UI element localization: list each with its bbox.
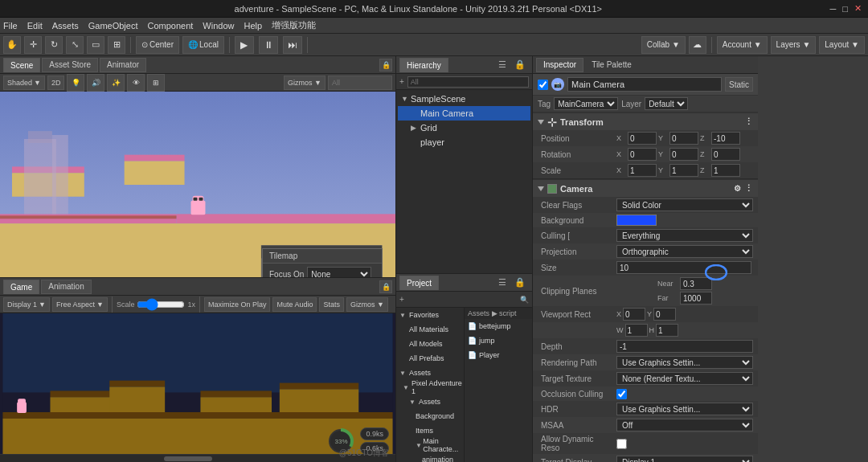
pos-x[interactable]	[628, 132, 657, 145]
rot-z[interactable]	[711, 148, 740, 161]
game-gizmos-dropdown[interactable]: Gizmos ▼	[346, 297, 388, 312]
2d-btn[interactable]: 2D	[47, 76, 65, 90]
minimize-btn[interactable]: ─	[830, 4, 837, 14]
object-active-toggle[interactable]	[538, 80, 548, 90]
close-btn[interactable]: ✕	[854, 3, 862, 14]
project-search-icon[interactable]: 🔍	[520, 296, 529, 304]
scene-hidden-icon[interactable]: 👁	[127, 74, 145, 92]
vp-x-field[interactable]	[623, 308, 645, 321]
transform-more-icon[interactable]: ⋮	[744, 117, 753, 127]
camera-enabled-toggle[interactable]	[547, 184, 557, 194]
hierarchy-item-maincamera[interactable]: Main Camera	[398, 106, 530, 121]
background-color-swatch[interactable]	[616, 215, 657, 226]
static-button[interactable]: Static	[725, 77, 753, 92]
clear-flags-dropdown[interactable]: Solid Color	[616, 198, 753, 211]
game-viewport[interactable]: 33% 0.9ks 0.6ks @51CTO博客	[0, 313, 395, 462]
scale-z[interactable]	[711, 164, 740, 177]
move-tool[interactable]: ✛	[24, 36, 42, 54]
project-lock-btn[interactable]: 🔒	[511, 277, 529, 288]
aspect-dropdown[interactable]: Free Aspect ▼	[52, 297, 108, 312]
scene-audio-icon[interactable]: 🔊	[87, 74, 104, 92]
tab-animator[interactable]: Animator	[100, 58, 146, 72]
hierarchy-item-grid[interactable]: ▶ Grid	[398, 121, 530, 135]
hierarchy-add-icon[interactable]: +	[399, 77, 404, 86]
pause-button[interactable]: ⏸	[259, 36, 278, 54]
tab-animation[interactable]: Animation	[41, 280, 91, 294]
allow-dynamic-checkbox[interactable]	[616, 439, 627, 449]
pixel-adventure[interactable]: ▼ Pixel Adventure 1	[396, 380, 464, 395]
transform-tool[interactable]: ⊞	[108, 36, 125, 54]
focus-none-select[interactable]: None	[307, 267, 371, 277]
hierarchy-menu-btn[interactable]: ☰	[495, 59, 510, 70]
tab-asset-store[interactable]: Asset Store	[42, 58, 98, 72]
animation-folder[interactable]: animation	[396, 452, 464, 462]
camera-header[interactable]: Camera ⚙ ⋮	[533, 179, 758, 197]
layout-btn[interactable]: Layout ▼	[819, 36, 865, 54]
target-texture-dropdown[interactable]: None (Render Textu...	[616, 372, 753, 385]
menu-edit[interactable]: Edit	[27, 21, 43, 31]
pivot-btn[interactable]: ⊙ Center	[136, 36, 179, 54]
fav-all-materials[interactable]: All Materials	[396, 322, 464, 337]
scale-x[interactable]	[628, 164, 657, 177]
pos-z[interactable]	[711, 132, 740, 145]
far-field[interactable]	[680, 292, 712, 305]
shaded-dropdown[interactable]: Shaded ▼	[3, 76, 45, 90]
vp-w-field[interactable]	[625, 324, 648, 337]
camera-more-icon[interactable]: ⋮	[744, 183, 753, 194]
rotate-tool[interactable]: ↻	[45, 36, 63, 54]
tab-game[interactable]: Game	[3, 280, 39, 294]
favorites-node[interactable]: ▼ Favorites	[396, 308, 464, 322]
menu-gameobject[interactable]: GameObject	[88, 21, 138, 31]
occlusion-culling-checkbox[interactable]	[616, 389, 627, 399]
menu-component[interactable]: Component	[147, 21, 193, 31]
hierarchy-item-player[interactable]: player	[398, 135, 530, 149]
scale-y[interactable]	[669, 164, 698, 177]
target-display-dropdown[interactable]: Display 1	[616, 456, 753, 462]
msaa-dropdown[interactable]: Off	[616, 419, 753, 431]
transform-header[interactable]: ⊹ Transform ⋮	[533, 112, 758, 130]
assets-sub[interactable]: ▼ Assets	[396, 395, 464, 409]
cloud-icon[interactable]: ☁	[689, 36, 706, 54]
collab-btn[interactable]: Collab ▼	[641, 36, 686, 54]
step-button[interactable]: ⏭	[283, 36, 302, 54]
tag-dropdown[interactable]: MainCamera	[554, 97, 618, 110]
main-char-folder[interactable]: ▼ Main Characte...	[396, 438, 464, 452]
hierarchy-search-input[interactable]	[407, 76, 529, 88]
scene-effects-icon[interactable]: ✨	[107, 74, 125, 92]
game-lock-icon[interactable]: 🔒	[379, 280, 392, 293]
fav-all-prefabs[interactable]: All Prefabs	[396, 351, 464, 366]
vp-h-field[interactable]	[656, 324, 678, 337]
hand-tool[interactable]: ✋	[3, 36, 21, 54]
file-player[interactable]: 📄 Player	[465, 348, 532, 362]
layers-btn[interactable]: Layers ▼	[771, 36, 817, 54]
maximize-btn[interactable]: □	[842, 4, 848, 14]
assets-root[interactable]: ▼ Assets	[396, 366, 464, 380]
projection-dropdown[interactable]: Orthographic	[616, 245, 753, 258]
stats-btn[interactable]: Stats	[319, 297, 344, 312]
rot-y[interactable]	[669, 148, 698, 161]
culling-mask-dropdown[interactable]: Everything	[616, 229, 753, 242]
play-button[interactable]: ▶	[235, 36, 254, 54]
menu-file[interactable]: File	[3, 21, 18, 31]
hdr-dropdown[interactable]: Use Graphics Settin...	[616, 403, 753, 415]
hierarchy-lock-btn[interactable]: 🔒	[511, 59, 529, 70]
file-jump[interactable]: 📄 jump	[465, 333, 532, 348]
rect-tool[interactable]: ▭	[87, 36, 104, 54]
depth-field[interactable]	[616, 340, 753, 353]
vp-y-field[interactable]	[653, 308, 676, 321]
tab-hierarchy[interactable]: Hierarchy	[399, 58, 448, 72]
scale-tool[interactable]: ⤡	[66, 36, 84, 54]
size-field[interactable]	[616, 261, 751, 274]
space-btn[interactable]: 🌐 Local	[182, 36, 224, 54]
scene-light-icon[interactable]: 💡	[67, 74, 84, 92]
rot-x[interactable]	[628, 148, 657, 161]
scene-viewport[interactable]: Tilemap Focus On None Camera Preview	[0, 92, 395, 277]
scene-lock-icon[interactable]: 🔒	[379, 59, 392, 72]
scene-search-input[interactable]	[332, 79, 388, 87]
tab-inspector[interactable]: Inspector	[536, 58, 583, 72]
menu-window[interactable]: Window	[203, 21, 234, 31]
tab-tile-palette[interactable]: Tile Palette	[585, 58, 638, 72]
pos-y[interactable]	[669, 132, 698, 145]
rendering-path-dropdown[interactable]: Use Graphics Settin...	[616, 356, 753, 369]
fav-all-models[interactable]: All Models	[396, 337, 464, 351]
